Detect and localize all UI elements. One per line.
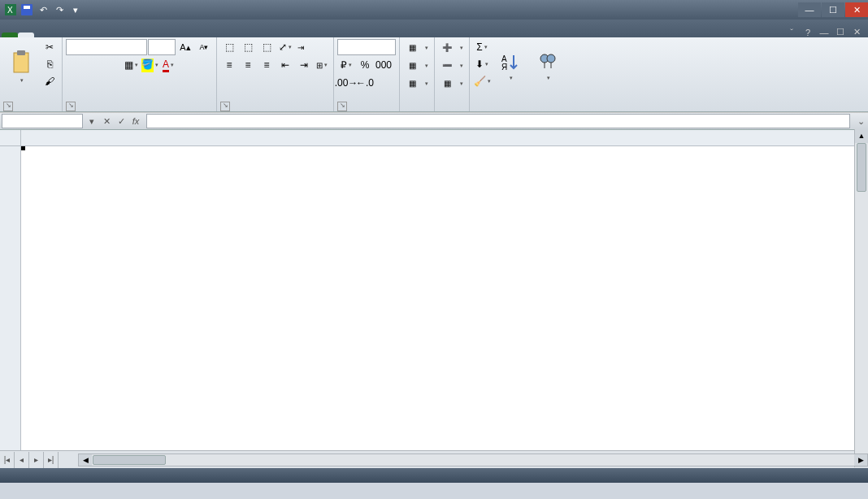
wrap-text-button[interactable]: ⇥ (295, 39, 306, 55)
number-launcher[interactable]: ↘ (337, 102, 347, 111)
cut-button[interactable]: ✂ (41, 39, 59, 55)
increase-decimal-icon[interactable]: .00→ (337, 75, 355, 91)
svg-rect-4 (14, 53, 28, 72)
cancel-edit-icon[interactable]: ✕ (99, 114, 114, 128)
align-bottom-icon[interactable]: ⬚ (258, 39, 276, 55)
paste-button[interactable]: ▾ (3, 39, 39, 94)
format-painter-button[interactable]: 🖌 (41, 73, 59, 89)
autosum-button[interactable]: Σ▾ (473, 39, 491, 55)
group-number: ₽▾ % 000 .00→ ←.0 ↘ (334, 37, 400, 111)
sheet-first-icon[interactable]: |◂ (0, 452, 15, 468)
name-box[interactable] (2, 114, 83, 128)
confirm-edit-icon[interactable]: ✓ (114, 114, 128, 128)
status-bar (0, 468, 868, 483)
border-button[interactable]: ▦▾ (122, 57, 140, 73)
minimize-button[interactable]: — (798, 2, 821, 17)
insert-cells-button[interactable]: ➕▾ (438, 39, 466, 56)
cell-styles-button[interactable]: ▦▾ (403, 75, 431, 92)
scroll-right-icon[interactable]: ▶ (854, 454, 867, 466)
ribbon-minimize-icon[interactable]: ˇ (785, 28, 798, 37)
fill-color-button[interactable]: 🪣▾ (141, 57, 158, 73)
formula-bar[interactable] (146, 114, 850, 128)
help-icon[interactable]: ? (801, 28, 814, 37)
copy-button[interactable]: ⎘ (41, 56, 59, 72)
excel-icon[interactable]: X (3, 2, 18, 17)
sheet-last-icon[interactable]: ▸| (44, 452, 59, 468)
increase-font-icon[interactable]: A▴ (176, 39, 194, 55)
sort-filter-button[interactable]: AЯ ▾ (493, 39, 528, 94)
cond-format-icon: ▦ (406, 41, 419, 54)
italic-button[interactable] (85, 57, 102, 73)
comma-icon[interactable]: 000 (375, 57, 393, 73)
delete-cells-icon: ➖ (441, 59, 454, 72)
fx-icon[interactable]: fx (128, 114, 143, 128)
save-icon[interactable] (20, 2, 34, 17)
group-clipboard: ▾ ✂ ⎘ 🖌 ↘ (0, 37, 63, 111)
sheet-next-icon[interactable]: ▸ (29, 452, 44, 468)
format-as-table-button[interactable]: ▦▾ (403, 57, 431, 74)
spreadsheet-grid (0, 130, 868, 450)
hscroll-thumb[interactable] (93, 455, 166, 465)
align-launcher[interactable]: ↘ (220, 102, 230, 111)
fill-button[interactable]: ⬇▾ (473, 56, 491, 72)
svg-text:X: X (7, 6, 13, 15)
format-cells-button[interactable]: ▦▾ (438, 75, 466, 92)
scroll-left-icon[interactable]: ◀ (79, 454, 92, 466)
redo-icon[interactable]: ↷ (52, 2, 67, 17)
align-right-icon[interactable]: ≡ (258, 57, 276, 73)
merge-button[interactable]: ⊞▾ (314, 57, 330, 73)
doc-restore-icon[interactable]: ☐ (834, 27, 847, 37)
align-middle-icon[interactable]: ⬚ (239, 39, 257, 55)
svg-rect-5 (17, 50, 25, 55)
format-cells-icon: ▦ (441, 77, 454, 90)
underline-button[interactable] (103, 57, 121, 73)
expand-formula-bar-icon[interactable]: ⌄ (853, 114, 868, 128)
select-all-corner[interactable] (0, 130, 20, 146)
align-left-icon[interactable]: ≡ (220, 57, 238, 73)
percent-icon[interactable]: % (356, 57, 374, 73)
group-font: A▴ A▾ ▦▾ 🪣▾ A▾ ↘ (63, 37, 217, 111)
decrease-indent-icon[interactable]: ⇤ (276, 57, 294, 73)
sheet-bar: |◂ ◂ ▸ ▸| ◀ ▶ (0, 450, 868, 468)
active-cell-outline (21, 146, 24, 150)
undo-icon[interactable]: ↶ (36, 2, 50, 17)
find-icon (538, 52, 558, 72)
decrease-font-icon[interactable]: A▾ (195, 39, 213, 55)
clipboard-launcher[interactable]: ↘ (3, 102, 13, 111)
vertical-scrollbar[interactable]: ▲ ▼ (854, 129, 868, 467)
align-top-icon[interactable]: ⬚ (220, 39, 238, 55)
font-name-combo[interactable] (66, 39, 147, 55)
increase-indent-icon[interactable]: ⇥ (295, 57, 313, 73)
align-center-icon[interactable]: ≡ (239, 57, 257, 73)
table-icon: ▦ (406, 59, 419, 72)
conditional-formatting-button[interactable]: ▦▾ (403, 39, 431, 56)
formula-bar-row: ▾ ✕ ✓ fx ⌄ (0, 112, 868, 130)
svg-rect-3 (24, 6, 30, 9)
styles-label (403, 109, 431, 111)
doc-close-icon[interactable]: ✕ (850, 27, 863, 37)
delete-cells-button[interactable]: ➖▾ (438, 57, 466, 74)
clear-button[interactable]: 🧹▾ (473, 73, 491, 89)
scroll-up-icon[interactable]: ▲ (855, 129, 868, 143)
maximize-button[interactable]: ☐ (822, 2, 844, 17)
bold-button[interactable] (66, 57, 84, 73)
decrease-decimal-icon[interactable]: ←.0 (356, 75, 374, 91)
close-button[interactable]: ✕ (845, 2, 868, 17)
font-launcher[interactable]: ↘ (66, 102, 76, 111)
currency-icon[interactable]: ₽▾ (337, 57, 355, 73)
horizontal-scrollbar[interactable]: ◀ ▶ (78, 453, 868, 466)
number-format-combo[interactable] (337, 39, 396, 55)
font-size-combo[interactable] (148, 39, 176, 55)
sort-icon: AЯ (501, 52, 520, 72)
vscroll-thumb[interactable] (857, 143, 866, 192)
qat-dropdown-icon[interactable]: ▾ (68, 2, 83, 17)
titlebar: X ↶ ↷ ▾ — ☐ ✕ (0, 0, 868, 20)
orientation-icon[interactable]: ⤢▾ (276, 39, 294, 55)
namebox-dropdown-icon[interactable]: ▾ (85, 114, 99, 128)
doc-minimize-icon[interactable]: — (818, 28, 831, 37)
paste-icon (11, 50, 32, 74)
group-editing: Σ▾ ⬇▾ 🧹▾ AЯ ▾ ▾ (470, 37, 569, 111)
sheet-prev-icon[interactable]: ◂ (15, 452, 29, 468)
font-color-button[interactable]: A▾ (159, 57, 177, 73)
find-select-button[interactable]: ▾ (530, 39, 566, 94)
